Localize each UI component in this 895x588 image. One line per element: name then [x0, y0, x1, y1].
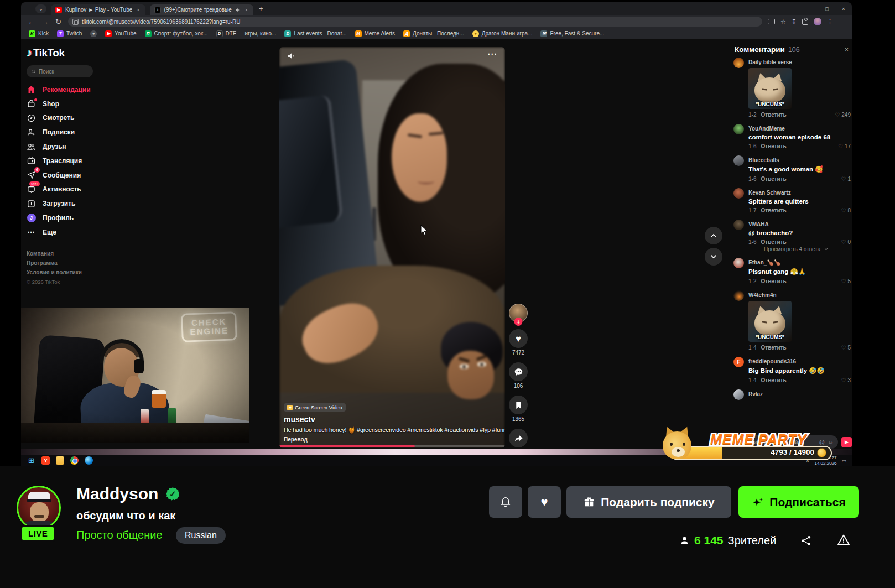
video-author[interactable]: musectv	[284, 415, 501, 424]
comment-button[interactable]	[509, 362, 528, 381]
reply-button[interactable]: Ответить	[761, 239, 786, 245]
reply-button[interactable]: Ответить	[761, 112, 786, 118]
sidebar-item-messages[interactable]: 6 Сообщения	[27, 168, 132, 183]
site-info-icon[interactable]	[72, 19, 79, 25]
close-button[interactable]: ×	[835, 2, 852, 15]
bookmark-youtube[interactable]: ▶YouTube	[105, 30, 136, 37]
channel-avatar[interactable]	[17, 486, 61, 530]
sidebar-item-activity[interactable]: 99+ Активность	[27, 183, 132, 197]
cast-icon[interactable]	[768, 19, 775, 24]
volume-icon[interactable]	[287, 51, 296, 63]
bookmark-star-icon[interactable]: ☆	[780, 18, 786, 25]
profile-avatar[interactable]	[814, 18, 821, 25]
bookmark-free[interactable]: ✉Free, Fast & Secure...	[540, 30, 604, 37]
bookmark-sport[interactable]: ПСпорт: футбол, хок...	[145, 30, 208, 37]
sidebar-item-live[interactable]: Трансляция	[27, 154, 132, 168]
sidebar-item-recommendations[interactable]: Рекомендации	[27, 82, 132, 97]
reply-button[interactable]: Ответить	[761, 278, 786, 284]
footer-link-company[interactable]: Компания	[27, 251, 121, 257]
comment-like-button[interactable]: ♡249	[835, 112, 851, 118]
comment-like-button[interactable]: ♡3	[841, 377, 851, 383]
stream-category-link[interactable]: Просто общение	[76, 529, 163, 542]
bookmark-globe[interactable]: ●	[90, 30, 97, 37]
chrome-icon[interactable]	[70, 456, 79, 465]
report-button[interactable]	[837, 533, 850, 549]
subscribe-button[interactable]: Подписаться	[738, 486, 859, 518]
edge-icon[interactable]	[85, 456, 93, 465]
avatar[interactable]: F	[733, 357, 744, 367]
next-video-button[interactable]	[705, 248, 722, 266]
back-icon[interactable]: ←	[28, 18, 35, 26]
sidebar-item-upload[interactable]: Загрузить	[27, 196, 132, 211]
comments-list[interactable]: Daily bible verse *UNCUMS* 1-2Ответить♡2…	[733, 58, 851, 431]
tiktok-logo[interactable]: ♪ TikTok	[27, 46, 64, 59]
avatar[interactable]	[733, 124, 744, 134]
comment-like-button[interactable]: ♡17	[838, 143, 851, 149]
sidebar-item-shop[interactable]: Shop	[27, 97, 132, 111]
comment-like-button[interactable]: ♡5	[841, 278, 851, 284]
author-avatar[interactable]: +	[509, 304, 528, 322]
comment-like-button[interactable]: ♡1	[841, 176, 851, 182]
gift-sub-button[interactable]: Подарить подписку	[566, 486, 731, 518]
avatar[interactable]	[733, 188, 744, 199]
translate-button[interactable]: Перевод	[284, 436, 501, 443]
reply-button[interactable]: Ответить	[761, 377, 786, 383]
like-button[interactable]: ♥	[509, 329, 528, 348]
effect-badge[interactable]: ★ Green Screen Video	[284, 403, 346, 412]
search-box[interactable]	[27, 65, 93, 77]
channel-name[interactable]: Maddyson ✓	[76, 485, 179, 503]
avatar[interactable]	[733, 290, 744, 301]
reply-button[interactable]: Ответить	[761, 207, 786, 214]
previous-video-button[interactable]	[705, 227, 722, 244]
extensions-icon[interactable]	[802, 19, 808, 25]
tab-tiktok[interactable]: ♪ (99+)Смотрите трендовые ×	[150, 4, 254, 15]
tab-close-icon[interactable]: ×	[244, 7, 249, 13]
explorer-icon[interactable]	[56, 456, 64, 465]
share-button[interactable]	[509, 429, 528, 447]
bookmark-dtf[interactable]: DDTF — игры, кино...	[216, 30, 277, 37]
reply-button[interactable]: Ответить	[761, 176, 786, 182]
sidebar-item-following[interactable]: Подписки	[27, 125, 132, 139]
close-comments-icon[interactable]: ×	[845, 46, 849, 54]
yandex-icon[interactable]: Y	[41, 456, 50, 465]
bookmark-twitch[interactable]: TTwitch	[57, 30, 82, 37]
view-replies-button[interactable]: Просмотреть 4 ответа	[748, 246, 851, 252]
comment-like-button[interactable]: ♡5	[841, 345, 851, 351]
tab-close-icon[interactable]: ×	[136, 7, 141, 13]
bookmark-button[interactable]	[509, 396, 528, 414]
bookmark-dragonmoney[interactable]: ●Драгон Мани игра...	[472, 30, 533, 37]
notifications-button[interactable]	[489, 486, 522, 518]
search-input[interactable]	[39, 69, 89, 75]
footer-link-program[interactable]: Программа	[27, 260, 121, 266]
video-more-icon[interactable]: ⋯	[487, 48, 497, 60]
sidebar-item-explore[interactable]: Смотреть	[27, 111, 132, 126]
bookmark-memealerts[interactable]: MMeme Alerts	[355, 30, 396, 37]
bookmark-kick[interactable]: KKick	[29, 30, 49, 37]
comment-image[interactable]: *UNCUMS*	[748, 68, 792, 109]
sidebar-item-more[interactable]: ⋯ Еще	[27, 225, 132, 240]
language-tag[interactable]: Russian	[176, 527, 226, 544]
browser-menu-icon[interactable]: ⋮	[827, 18, 833, 25]
avatar[interactable]	[733, 220, 744, 230]
footer-link-terms[interactable]: Условия и политики	[27, 269, 121, 275]
reload-icon[interactable]: ↻	[55, 18, 61, 26]
avatar[interactable]	[733, 155, 744, 166]
sidebar-item-profile[interactable]: J Профиль	[27, 211, 132, 225]
comment-like-button[interactable]: ♡0	[841, 239, 851, 245]
video-progress-bar[interactable]	[279, 445, 505, 447]
send-comment-button[interactable]: ▶	[841, 437, 852, 447]
maximize-button[interactable]: □	[819, 2, 835, 15]
tab-audio-icon[interactable]	[235, 7, 241, 13]
tab-youtube[interactable]: ▶ Kuplinov ► Play - YouTube ×	[51, 4, 145, 15]
comment-image[interactable]: *UNCUMS*	[748, 301, 792, 342]
reply-button[interactable]: Ответить	[761, 345, 786, 351]
video-player[interactable]: ⋯ ★ Green Screen Video musectv He had to…	[279, 47, 505, 448]
download-icon[interactable]: ↧	[792, 18, 797, 25]
tab-search-menu-button[interactable]: ⌄	[35, 4, 46, 13]
avatar[interactable]	[733, 389, 744, 400]
notification-center-icon[interactable]: ▭	[841, 458, 846, 464]
bookmark-donate[interactable]: ДДонаты - Последн...	[403, 30, 464, 37]
comment-like-button[interactable]: ♡8	[841, 207, 851, 214]
start-button[interactable]: ⊞	[27, 456, 35, 465]
bookmark-lastevents[interactable]: DLast events - Donat...	[284, 30, 346, 37]
